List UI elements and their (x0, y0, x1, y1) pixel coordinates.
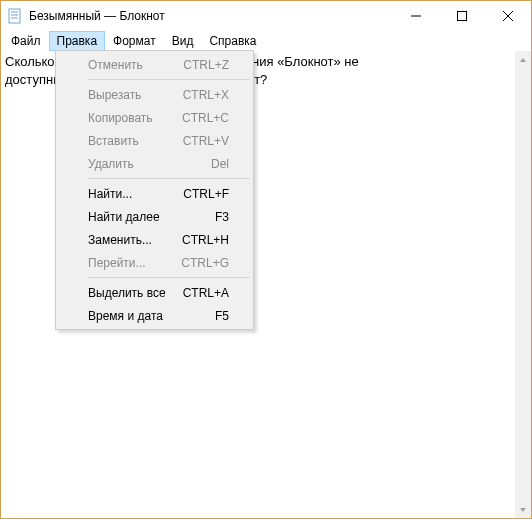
menu-view-label: Вид (172, 34, 194, 48)
scroll-up-icon[interactable] (515, 51, 531, 68)
menu-item-shortcut: CTRL+X (183, 88, 229, 102)
menu-edit[interactable]: Правка (49, 31, 106, 51)
window-title: Безымянный — Блокнот (29, 9, 165, 23)
scroll-down-icon[interactable] (515, 501, 531, 518)
menu-item-goto[interactable]: Перейти...CTRL+G (58, 251, 251, 274)
app-icon (7, 8, 23, 24)
menu-item-paste[interactable]: ВставитьCTRL+V (58, 129, 251, 152)
menu-separator (88, 277, 250, 278)
scroll-track[interactable] (515, 68, 531, 501)
menu-format-label: Формат (113, 34, 156, 48)
menu-item-label: Вырезать (88, 88, 183, 102)
menu-item-shortcut: CTRL+G (181, 256, 229, 270)
menu-separator (88, 178, 250, 179)
minimize-button[interactable] (393, 1, 439, 31)
menu-item-label: Удалить (88, 157, 211, 171)
menu-item-find[interactable]: Найти...CTRL+F (58, 182, 251, 205)
menu-item-shortcut: F3 (215, 210, 229, 224)
svg-rect-0 (9, 9, 20, 23)
menu-file-label: Файл (11, 34, 41, 48)
menu-item-shortcut: Del (211, 157, 229, 171)
edit-menu-dropdown: ОтменитьCTRL+Z ВырезатьCTRL+X Копировать… (55, 50, 254, 330)
menu-item-shortcut: CTRL+F (183, 187, 229, 201)
menu-item-undo[interactable]: ОтменитьCTRL+Z (58, 53, 251, 76)
menu-item-label: Найти далее (88, 210, 215, 224)
menu-item-label: Найти... (88, 187, 183, 201)
menu-format[interactable]: Формат (105, 31, 164, 51)
menu-item-datetime[interactable]: Время и датаF5 (58, 304, 251, 327)
menu-help[interactable]: Справка (201, 31, 264, 51)
menu-edit-label: Правка (57, 34, 98, 48)
menu-item-shortcut: CTRL+A (183, 286, 229, 300)
close-button[interactable] (485, 1, 531, 31)
menu-item-selectall[interactable]: Выделить всеCTRL+A (58, 281, 251, 304)
svg-rect-5 (458, 12, 467, 21)
menu-item-cut[interactable]: ВырезатьCTRL+X (58, 83, 251, 106)
menu-item-label: Заменить... (88, 233, 182, 247)
menu-separator (88, 79, 250, 80)
menu-item-shortcut: F5 (215, 309, 229, 323)
menu-item-label: Вставить (88, 134, 183, 148)
menu-view[interactable]: Вид (164, 31, 202, 51)
menu-item-shortcut: CTRL+C (182, 111, 229, 125)
maximize-button[interactable] (439, 1, 485, 31)
menu-item-findnext[interactable]: Найти далееF3 (58, 205, 251, 228)
menu-item-label: Перейти... (88, 256, 181, 270)
menu-item-shortcut: CTRL+V (183, 134, 229, 148)
menu-file[interactable]: Файл (3, 31, 49, 51)
menu-item-label: Время и дата (88, 309, 215, 323)
menu-help-label: Справка (209, 34, 256, 48)
menu-item-shortcut: CTRL+Z (183, 58, 229, 72)
menu-item-copy[interactable]: КопироватьCTRL+C (58, 106, 251, 129)
vertical-scrollbar[interactable] (514, 51, 531, 518)
menubar: Файл Правка Формат Вид Справка (1, 31, 531, 51)
menu-item-shortcut: CTRL+H (182, 233, 229, 247)
titlebar: Безымянный — Блокнот (1, 1, 531, 31)
menu-item-label: Выделить все (88, 286, 183, 300)
menu-item-label: Копировать (88, 111, 182, 125)
menu-item-label: Отменить (88, 58, 183, 72)
menu-item-delete[interactable]: УдалитьDel (58, 152, 251, 175)
menu-item-replace[interactable]: Заменить...CTRL+H (58, 228, 251, 251)
